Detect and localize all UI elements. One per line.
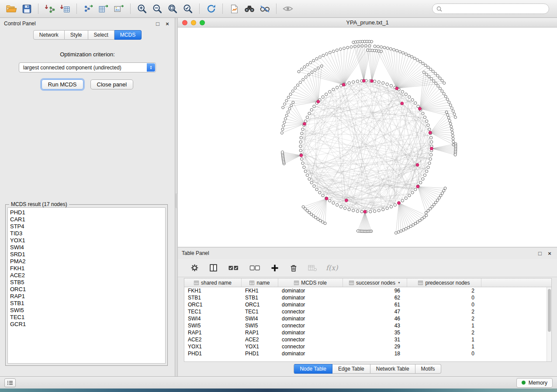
search-box[interactable] — [432, 3, 549, 14]
dropdown-stepper-icon[interactable]: ▲▼ — [147, 63, 155, 72]
column-header-name[interactable]: name — [242, 279, 278, 287]
mcds-result-item[interactable]: TID3 — [10, 230, 163, 237]
hide-graphics-details-button[interactable] — [281, 2, 295, 15]
ring-node — [386, 207, 388, 210]
delete-column-button[interactable] — [288, 263, 299, 273]
memory-button[interactable]: Memory — [516, 378, 553, 388]
mcds-result-item[interactable]: STP4 — [10, 223, 163, 230]
show-columns-button[interactable] — [208, 263, 218, 273]
scrollbar-thumb[interactable] — [548, 289, 551, 332]
tab-mcds[interactable]: MCDS — [114, 30, 142, 40]
ring-node — [411, 191, 414, 194]
mcds-result-item[interactable]: TEC1 — [10, 314, 163, 321]
mcds-result-item[interactable]: SRD1 — [10, 251, 163, 258]
export-network-icon — [83, 4, 93, 14]
search-input[interactable] — [445, 6, 545, 12]
mcds-result-item[interactable]: PHD1 — [10, 209, 163, 216]
mcds-result-item[interactable]: ORC1 — [10, 286, 163, 293]
leaf-node — [448, 120, 451, 122]
table-row[interactable]: PHD1PHD1dominator180 — [184, 350, 547, 357]
close-panel-icon[interactable]: × — [164, 20, 171, 27]
network-canvas[interactable] — [178, 28, 557, 247]
column-header-successor-nodes[interactable]: successor nodes▼ — [343, 279, 407, 287]
ring-node — [425, 120, 428, 122]
apply-layout-button[interactable] — [204, 2, 218, 15]
show-graphics-details-button[interactable] — [258, 2, 272, 15]
select-all-rows-button[interactable] — [227, 263, 240, 273]
mcds-result-item[interactable]: CAR1 — [10, 216, 163, 223]
zoom-fit-button[interactable] — [166, 2, 180, 15]
import-table-button[interactable] — [58, 2, 72, 15]
table-cell: PHD1 — [242, 351, 278, 357]
float-table-panel-icon[interactable]: □ — [536, 250, 543, 257]
maximize-window-button[interactable] — [200, 20, 205, 25]
export-network-button[interactable] — [81, 2, 95, 15]
deselect-all-rows-button[interactable] — [248, 263, 261, 273]
table-cell: connector — [278, 344, 343, 350]
tab-node-table[interactable]: Node Table — [294, 364, 332, 374]
export-table-button[interactable] — [97, 2, 111, 15]
mcds-result-item[interactable]: SWI5 — [10, 307, 163, 314]
ring-node — [356, 210, 359, 213]
table-row[interactable]: SWI5SWI5connector431 — [184, 322, 547, 329]
table-row[interactable]: FKH1FKH1dominator962 — [184, 287, 547, 294]
mcds-result-item[interactable]: PMA2 — [10, 258, 163, 265]
function-builder-button[interactable]: f(x) — [326, 264, 338, 272]
leaf-node — [377, 45, 379, 48]
zoom-selected-button[interactable] — [181, 2, 195, 15]
table-settings-button[interactable] — [189, 263, 200, 273]
column-header-shared-name[interactable]: shared name — [184, 279, 242, 287]
find-button[interactable] — [242, 2, 256, 15]
table-row[interactable]: STB1STB1dominator620 — [184, 294, 547, 301]
table-row[interactable]: TEC1TEC1connector472 — [184, 308, 547, 315]
tab-motifs[interactable]: Motifs — [415, 364, 441, 374]
ring-node — [310, 109, 313, 111]
close-window-button[interactable] — [182, 20, 187, 25]
mcds-result-item[interactable]: YOX1 — [10, 237, 163, 244]
tab-edge-table[interactable]: Edge Table — [332, 364, 370, 374]
close-panel-button[interactable]: Close panel — [90, 79, 134, 89]
import-network-button[interactable] — [43, 2, 57, 15]
mcds-result-item[interactable]: STB1 — [10, 300, 163, 307]
zoom-out-button[interactable] — [150, 2, 164, 15]
ring-node — [344, 207, 346, 210]
criterion-dropdown[interactable]: largest connected component (undirected)… — [19, 62, 156, 72]
criterion-selected-value: largest connected component (undirected) — [23, 65, 121, 71]
export-image-button[interactable] — [112, 2, 126, 15]
tab-select[interactable]: Select — [88, 30, 114, 40]
leaf-node — [416, 58, 419, 61]
panel-menu-button[interactable] — [4, 378, 16, 387]
table-cell: TEC1 — [184, 309, 242, 315]
new-network-from-selection-button[interactable] — [227, 2, 241, 15]
float-panel-icon[interactable]: □ — [154, 20, 161, 27]
mcds-result-list[interactable]: PHD1CAR1STP4TID3YOX1SWI4SRD1PMA2FKH1ACE2… — [7, 207, 166, 364]
run-mcds-button[interactable]: Run MCDS — [42, 79, 83, 89]
table-row[interactable]: ACE2ACE2connector311 — [184, 336, 547, 343]
mcds-result-item[interactable]: RAP1 — [10, 293, 163, 300]
table-row[interactable]: RAP1RAP1dominator352 — [184, 329, 547, 336]
network-graph[interactable] — [178, 28, 557, 247]
mcds-result-item[interactable]: GCR1 — [10, 321, 163, 328]
zoom-in-button[interactable] — [135, 2, 149, 15]
minimize-window-button[interactable] — [191, 20, 196, 25]
close-table-panel-icon[interactable]: × — [546, 250, 553, 257]
graphics-details-icon — [259, 4, 270, 14]
table-scrollbar[interactable] — [547, 287, 551, 361]
mcds-result-item[interactable]: FKH1 — [10, 265, 163, 272]
open-session-button[interactable] — [4, 2, 18, 15]
tab-network[interactable]: Network — [33, 30, 65, 40]
tab-network-table[interactable]: Network Table — [370, 364, 415, 374]
mcds-result-item[interactable]: STB5 — [10, 279, 163, 286]
column-header-predecessor-nodes[interactable]: predecessor nodes — [407, 279, 481, 287]
create-column-button[interactable] — [270, 263, 280, 273]
tab-style[interactable]: Style — [65, 30, 88, 40]
ring-node — [306, 174, 308, 176]
mcds-result-item[interactable]: ACE2 — [10, 272, 163, 279]
save-session-button[interactable] — [20, 2, 34, 15]
mcds-result-item[interactable]: SWI4 — [10, 244, 163, 251]
table-row[interactable]: ORC1ORC1dominator610 — [184, 301, 547, 308]
leaf-node — [441, 192, 444, 195]
column-header-MCDS-role[interactable]: MCDS role — [278, 279, 343, 287]
table-row[interactable]: SWI4SWI4dominator462 — [184, 315, 547, 322]
table-row[interactable]: YOX1YOX1connector291 — [184, 343, 547, 350]
